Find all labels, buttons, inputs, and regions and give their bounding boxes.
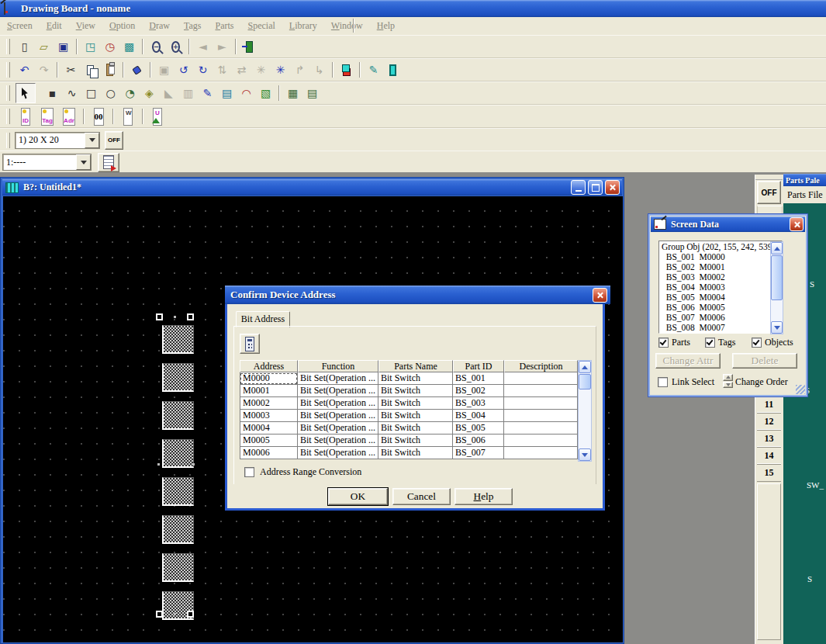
scroll-up-button[interactable] <box>771 242 783 254</box>
cell-function[interactable]: Bit Set(Operation ... <box>298 410 378 422</box>
next-screen-button[interactable]: ► <box>213 38 231 56</box>
menu-tags[interactable]: Tags <box>177 18 209 34</box>
scroll-thumb[interactable] <box>579 374 591 390</box>
table-row[interactable]: M0006 Bit Set(Operation ... Bit Switch B… <box>240 447 590 459</box>
objects-filter[interactable]: Objects <box>752 337 793 348</box>
cell-part-id[interactable]: BS_001 <box>453 372 504 385</box>
toolbar-grip[interactable] <box>6 62 10 78</box>
redo-button[interactable]: ↷ <box>35 61 53 79</box>
col-header-part-id[interactable]: Part ID <box>453 360 504 372</box>
window-display-button[interactable]: W <box>118 108 138 126</box>
list-item[interactable]: BS_002 M0001 <box>662 262 782 272</box>
parts-checkbox[interactable] <box>658 338 669 348</box>
bit-switch-part[interactable] <box>162 515 194 544</box>
list-item[interactable]: BS_008 M0007 <box>662 323 782 333</box>
help-button[interactable]: Help <box>454 488 513 505</box>
menu-option[interactable]: Option <box>102 18 142 34</box>
cell-address[interactable]: M0000 <box>240 372 298 385</box>
cell-parts-name[interactable]: Bit Switch <box>378 447 453 459</box>
scroll-down-button[interactable] <box>579 448 591 461</box>
undo-button[interactable]: ↶ <box>16 61 33 79</box>
flip-horizontal-button[interactable]: ⇄ <box>233 61 251 79</box>
show-id-button[interactable]: ID <box>16 108 36 126</box>
circle-tool-button[interactable]: ○ <box>102 85 119 102</box>
selection-handle-bottom-mid[interactable] <box>174 613 176 615</box>
binary-display-button[interactable]: 00 <box>88 108 109 126</box>
cell-parts-name[interactable]: Bit Switch <box>378 385 453 397</box>
menu-library[interactable]: Library <box>282 18 324 34</box>
menu-help[interactable]: Help <box>370 18 402 34</box>
copy-button[interactable] <box>81 61 99 79</box>
parts-3d-button-2[interactable]: ▤ <box>303 85 321 102</box>
list-scrollbar[interactable] <box>770 241 783 334</box>
selection-handle-left-mid[interactable] <box>157 463 160 466</box>
grid-size-combo[interactable]: 1) 20 X 20 <box>15 132 100 149</box>
col-header-parts-name[interactable]: Parts Name <box>378 360 453 372</box>
menu-view[interactable]: View <box>69 18 102 34</box>
dialog-titlebar[interactable]: Confirm Device Address <box>225 286 610 304</box>
change-attr-button[interactable]: Change Attr <box>655 353 721 369</box>
list-item[interactable]: BS_006 M0005 <box>662 303 782 313</box>
bit-switch-part[interactable] <box>162 363 194 392</box>
shrink-button[interactable]: ✳ <box>252 61 270 79</box>
cell-parts-name[interactable]: Bit Switch <box>378 435 453 447</box>
select-tool-button[interactable] <box>16 83 36 103</box>
text-tool-button[interactable]: ✎ <box>199 85 216 102</box>
image-display-button[interactable]: U <box>147 108 168 126</box>
screen-jump-button[interactable] <box>98 153 119 172</box>
load-mark-tool-button[interactable]: ◠ <box>237 85 255 102</box>
cell-part-id[interactable]: BS_003 <box>453 397 504 410</box>
screen-data-close-button[interactable] <box>790 217 804 231</box>
list-item[interactable]: Group Obj (202, 155, 242, 539 <box>662 242 782 252</box>
scroll-thumb[interactable] <box>771 255 783 300</box>
dialog-close-button[interactable] <box>593 288 607 303</box>
resize-grip[interactable] <box>796 385 805 394</box>
palette-tab-15[interactable]: 15 <box>757 463 781 482</box>
address-range-option[interactable]: Address Range Conversion <box>244 466 361 478</box>
screen-preview-button[interactable]: ▩ <box>120 38 138 56</box>
selection-handle-bottom-left[interactable] <box>156 611 163 618</box>
cell-description[interactable] <box>504 447 578 459</box>
cell-description[interactable] <box>504 422 578 435</box>
menu-draw[interactable]: Draw <box>142 18 177 34</box>
parts-filter[interactable]: Parts <box>658 337 690 348</box>
bit-switch-part[interactable] <box>162 553 194 582</box>
tags-filter[interactable]: Tags <box>705 337 736 348</box>
selection-handle-right-mid[interactable] <box>192 463 195 466</box>
cell-parts-name[interactable]: Bit Switch <box>378 422 453 435</box>
drawing-window-titlebar[interactable]: B?: Untitled1* <box>2 179 622 196</box>
cell-description[interactable] <box>504 385 578 397</box>
scroll-down-button[interactable] <box>771 321 783 334</box>
pen-attribute-button[interactable]: ✎ <box>365 61 382 79</box>
scroll-up-button[interactable] <box>579 361 591 373</box>
cell-function[interactable]: Bit Set(Operation ... <box>298 422 378 435</box>
grid-size-dropdown-button[interactable] <box>85 133 99 148</box>
show-tag-button[interactable]: Tag <box>37 108 57 126</box>
maximize-button[interactable] <box>588 180 603 195</box>
send-to-back-button[interactable]: ↳ <box>310 61 328 79</box>
toolbar-grip[interactable] <box>6 133 10 148</box>
address-range-checkbox[interactable] <box>244 467 254 477</box>
dot-tool-button[interactable]: ▪ <box>43 85 61 102</box>
link-select-checkbox[interactable] <box>658 377 668 387</box>
parts-file-row[interactable]: Parts File <box>783 186 826 203</box>
image-tool-button[interactable]: ▧ <box>257 85 275 102</box>
cell-address[interactable]: M0001 <box>240 385 298 397</box>
flip-vertical-button[interactable]: ⇅ <box>213 61 231 79</box>
palette-off-button[interactable]: OFF <box>757 181 781 204</box>
minimize-button[interactable] <box>571 180 586 195</box>
line-tool-button[interactable]: ∿ <box>63 85 81 102</box>
ok-button[interactable]: OK <box>328 488 388 505</box>
table-row[interactable]: M0003 Bit Set(Operation ... Bit Switch B… <box>240 410 590 422</box>
eraser-button[interactable] <box>128 61 146 79</box>
new-screen-button[interactable]: ▯ <box>16 38 33 56</box>
screen-object-list[interactable]: Group Obj (202, 155, 242, 539 BS_001 M00… <box>658 241 783 334</box>
cell-function[interactable]: Bit Set(Operation ... <box>298 435 378 447</box>
snap-off-button[interactable]: OFF <box>105 131 123 150</box>
part-label[interactable]: S <box>810 279 814 289</box>
table-row[interactable]: M0000 Bit Set(Operation ... Bit Switch B… <box>240 372 590 385</box>
cell-address[interactable]: M0002 <box>240 397 298 410</box>
table-row[interactable]: M0002 Bit Set(Operation ... Bit Switch B… <box>240 397 590 410</box>
scale-tool-button[interactable]: ▥ <box>179 85 197 102</box>
list-item[interactable]: BS_007 M0006 <box>662 313 782 323</box>
